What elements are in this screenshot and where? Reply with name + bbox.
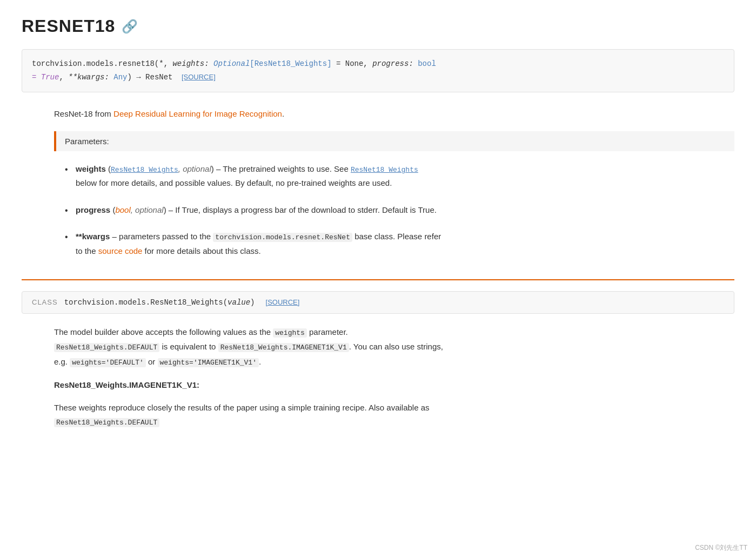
param-weights-name: weights	[76, 164, 106, 173]
param-kwargs-code: torchvision.models.resnet.ResNet	[213, 233, 352, 242]
class-sig-text: torchvision.models.ResNet18_Weights(valu…	[64, 298, 255, 307]
parameters-section: Parameters: weights (ResNet18_Weights, o…	[22, 131, 734, 258]
sig-weights-label: weights:	[172, 59, 209, 68]
param-weights-optional: , optional	[178, 164, 211, 173]
param-weights-see-link[interactable]: ResNet18_Weights	[351, 166, 418, 174]
param-kwargs-desc-after: to the	[76, 246, 98, 255]
param-progress-type: bool	[115, 205, 130, 214]
param-kwargs-desc-before: – parameters passed to the	[112, 232, 213, 241]
class-desc-before: The model builder above accepts the foll…	[54, 327, 273, 336]
sig-bool: bool	[418, 59, 436, 68]
sig-line2-equals: = True	[32, 73, 59, 82]
sig-bracket-open: [	[250, 59, 254, 68]
class-source-link[interactable]: [SOURCE]	[266, 298, 300, 306]
class-desc-p2: ResNet18_Weights.DEFAULT is equivalent t…	[54, 339, 734, 354]
class-desc-p3: e.g. weights='DEFAULT' or weights='IMAGE…	[54, 354, 734, 369]
sig-comma: ,	[59, 73, 63, 82]
source-link[interactable]: [SOURCE]	[182, 73, 216, 81]
param-kwargs: **kwargs – parameters passed to the torc…	[76, 230, 734, 258]
subheading: ResNet18_Weights.IMAGENET1K_V1:	[54, 378, 734, 392]
sig-kwargs-label: **kwargs:	[68, 73, 109, 82]
title-text: RESNET18	[22, 16, 115, 36]
class-sig-close: )	[250, 298, 255, 307]
source-code-link[interactable]: source code	[98, 246, 143, 255]
class-desc-after: parameter.	[307, 327, 348, 336]
function-signature: torchvision.models.resnet18(*, weights: …	[22, 49, 734, 92]
class-desc-p1: The model builder above accepts the foll…	[54, 325, 734, 339]
final-text-section: These weights reproduce closely the resu…	[22, 401, 734, 429]
class-desc-mid: is equivalent to	[159, 342, 218, 351]
final-default-code: ResNet18_Weights.DEFAULT	[54, 418, 159, 427]
sig-arrow: → ResNet	[136, 73, 172, 82]
param-progress: progress (bool, optional) – If True, dis…	[76, 203, 734, 217]
param-progress-optional: , optional	[131, 205, 164, 214]
param-kwargs-desc-end: for more details about this class.	[142, 246, 260, 255]
param-weights-desc-before: – The pretrained weights to use. See	[216, 164, 351, 173]
class-weights-code: weights	[273, 328, 307, 338]
subheading-section: ResNet18_Weights.IMAGENET1K_V1:	[22, 378, 734, 392]
param-kwargs-desc-mid: base class. Please refer	[354, 232, 441, 241]
param-progress-close: )	[164, 205, 166, 214]
sig-any: Any	[113, 73, 127, 82]
class-period: .	[259, 357, 261, 366]
paper-link[interactable]: Deep Residual Learning for Image Recogni…	[113, 109, 282, 118]
sig-type-name: ResNet18_Weights	[255, 59, 327, 68]
class-code2: weights='IMAGENET1K_V1'	[158, 358, 259, 367]
section-divider	[22, 279, 734, 280]
class-code1: weights='DEFAULT'	[70, 358, 146, 367]
parameters-header: Parameters:	[54, 131, 734, 151]
param-progress-desc: – If True, displays a progress bar of th…	[169, 205, 437, 214]
parameters-label: Parameters:	[65, 137, 109, 146]
sig-equals-none: = None,	[336, 59, 368, 68]
param-weights-type-link[interactable]: ResNet18_Weights	[111, 166, 178, 174]
params-list: weights (ResNet18_Weights, optional) – T…	[54, 162, 734, 258]
final-text-p1: These weights reproduce closely the resu…	[54, 401, 734, 415]
sig-prefix: torchvision.models.resnet18(*,	[32, 59, 168, 68]
desc-after: .	[282, 109, 284, 118]
desc-before: ResNet-18 from	[54, 109, 113, 118]
sig-progress-label: progress:	[372, 59, 413, 68]
class-imagenet-code: ResNet18_Weights.IMAGENET1K_V1	[218, 343, 349, 352]
anchor-link-icon[interactable]: 🔗	[122, 19, 138, 34]
function-description: ResNet-18 from Deep Residual Learning fo…	[22, 107, 734, 120]
param-progress-name: progress	[76, 205, 110, 214]
sig-optional: Optional	[213, 59, 250, 68]
final-text-content: These weights reproduce closely the resu…	[54, 403, 430, 412]
final-text-p2: ResNet18_Weights.DEFAULT	[54, 415, 734, 429]
class-desc-after2: . You can also use strings,	[349, 342, 443, 351]
class-label: CLASS	[32, 298, 58, 306]
class-default-code: ResNet18_Weights.DEFAULT	[54, 343, 159, 352]
class-sig-prefix: torchvision.models.ResNet18_Weights(	[64, 298, 228, 307]
sig-paren-close: )	[127, 73, 131, 82]
param-weights: weights (ResNet18_Weights, optional) – T…	[76, 162, 734, 190]
class-description: The model builder above accepts the foll…	[22, 325, 734, 369]
class-eg-label: e.g.	[54, 357, 70, 366]
sig-bracket-close: ]	[327, 59, 331, 68]
param-weights-close: )	[211, 164, 214, 173]
class-sig-value: value	[228, 298, 250, 307]
page-title: RESNET18 🔗	[22, 16, 734, 36]
class-signature-box: CLASS torchvision.models.ResNet18_Weight…	[22, 291, 734, 314]
param-weights-desc-after: below for more details, and possible val…	[76, 178, 392, 187]
param-kwargs-name: **kwargs	[76, 232, 110, 241]
class-or-text: or	[146, 357, 158, 366]
